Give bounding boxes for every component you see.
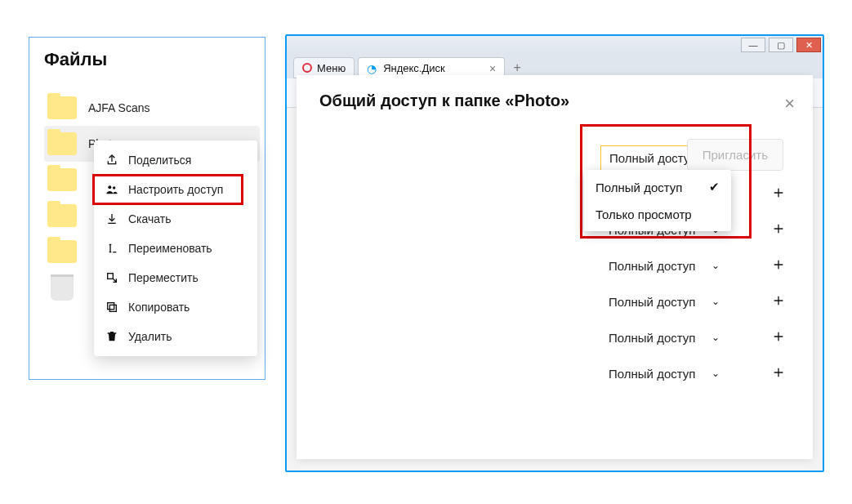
add-user-button[interactable] xyxy=(772,222,785,238)
ctx-share[interactable]: Поделиться xyxy=(94,145,257,175)
download-icon xyxy=(105,212,118,225)
context-menu: Поделиться Настроить доступ Скачать Пере… xyxy=(94,140,257,356)
permission-label: Полный доступ xyxy=(609,151,696,165)
folder-row[interactable]: AJFA Scans xyxy=(44,90,260,126)
permission-label: Полный доступ xyxy=(609,259,695,273)
permission-label: Полный доступ xyxy=(609,295,695,309)
ctx-share-label: Поделиться xyxy=(128,154,191,167)
move-icon xyxy=(105,271,118,284)
dropdown-option-full[interactable]: Полный доступ ✔ xyxy=(584,173,731,201)
copy-icon xyxy=(105,301,118,314)
files-title: Файлы xyxy=(44,49,260,70)
chevron-down-icon: ⌄ xyxy=(711,260,720,271)
folder-icon xyxy=(47,132,77,155)
rename-icon xyxy=(105,242,118,255)
new-tab-button[interactable]: + xyxy=(508,59,526,77)
yandex-disk-icon: ◔ xyxy=(367,62,377,75)
share-icon xyxy=(105,154,118,167)
permission-dropdown: Полный доступ ✔ Только просмотр xyxy=(584,170,731,231)
tab-close-icon[interactable]: × xyxy=(489,62,496,75)
ctx-delete-label: Удалить xyxy=(128,330,172,343)
chevron-down-icon: ⌄ xyxy=(711,296,720,307)
permission-select[interactable]: Полный доступ ⌄ xyxy=(600,326,739,350)
svg-point-1 xyxy=(113,186,115,189)
add-user-button[interactable] xyxy=(772,366,785,381)
permission-select[interactable]: Полный доступ ⌄ xyxy=(600,254,739,278)
share-dialog: Общий доступ к папке «Photo» × Пригласит… xyxy=(297,75,813,459)
svg-rect-3 xyxy=(108,303,114,310)
minimize-button[interactable]: — xyxy=(741,38,765,52)
ctx-copy[interactable]: Копировать xyxy=(94,292,257,322)
folder-icon xyxy=(47,168,77,191)
dropdown-option-label: Только просмотр xyxy=(596,207,692,221)
menu-label: Меню xyxy=(317,62,346,74)
permission-row: Полный доступ ⌄ xyxy=(319,248,790,283)
close-window-button[interactable]: ✕ xyxy=(796,38,821,52)
ctx-access[interactable]: Настроить доступ xyxy=(94,175,257,204)
check-icon: ✔ xyxy=(709,180,720,194)
invite-button[interactable]: Пригласить xyxy=(687,139,783,171)
ctx-access-label: Настроить доступ xyxy=(128,183,223,196)
delete-icon xyxy=(105,330,118,343)
permission-label: Полный доступ xyxy=(609,331,695,345)
maximize-button[interactable]: ▢ xyxy=(769,38,793,52)
browser-window: — ▢ ✕ Меню ◔ Яндекс.Диск × + ‹ › ⟳ ▦ VPN… xyxy=(285,34,824,472)
window-titlebar: — ▢ ✕ xyxy=(287,36,823,54)
ctx-rename-label: Переименовать xyxy=(128,242,212,255)
permission-label: Полный доступ xyxy=(609,367,695,381)
dropdown-option-label: Полный доступ xyxy=(596,181,682,194)
svg-rect-2 xyxy=(108,274,114,279)
tab-title: Яндекс.Диск xyxy=(383,62,445,74)
ctx-move-label: Переместить xyxy=(128,271,199,284)
opera-icon xyxy=(302,63,312,73)
ctx-download[interactable]: Скачать xyxy=(94,204,257,234)
ctx-copy-label: Копировать xyxy=(128,301,190,314)
permission-row: Полный доступ ⌄ xyxy=(319,355,790,391)
folder-icon xyxy=(47,240,77,263)
folder-icon xyxy=(47,96,77,119)
add-user-button[interactable] xyxy=(772,258,785,274)
dialog-title: Общий доступ к папке «Photo» xyxy=(319,91,790,110)
folder-label: AJFA Scans xyxy=(88,101,149,114)
add-user-button[interactable] xyxy=(772,186,785,202)
ctx-download-label: Скачать xyxy=(128,212,172,225)
add-user-button[interactable] xyxy=(772,330,785,346)
permission-row: Полный доступ ⌄ xyxy=(319,319,790,355)
permission-select[interactable]: Полный доступ ⌄ xyxy=(600,290,739,314)
svg-rect-4 xyxy=(109,305,116,311)
ctx-move[interactable]: Переместить xyxy=(94,263,257,292)
chevron-down-icon: ⌄ xyxy=(711,368,720,379)
permission-select[interactable]: Полный доступ ⌄ xyxy=(600,362,739,386)
people-icon xyxy=(105,183,118,196)
permission-row: Полный доступ ⌄ xyxy=(319,283,790,319)
dropdown-option-view[interactable]: Только просмотр xyxy=(584,201,731,228)
dialog-close-button[interactable]: × xyxy=(784,93,795,114)
chevron-down-icon: ⌄ xyxy=(711,332,720,343)
svg-point-0 xyxy=(108,185,111,189)
trash-icon xyxy=(51,274,74,301)
ctx-rename[interactable]: Переименовать xyxy=(94,234,257,263)
folder-icon xyxy=(47,204,77,227)
add-user-button[interactable] xyxy=(772,294,785,310)
ctx-delete[interactable]: Удалить xyxy=(94,322,257,351)
